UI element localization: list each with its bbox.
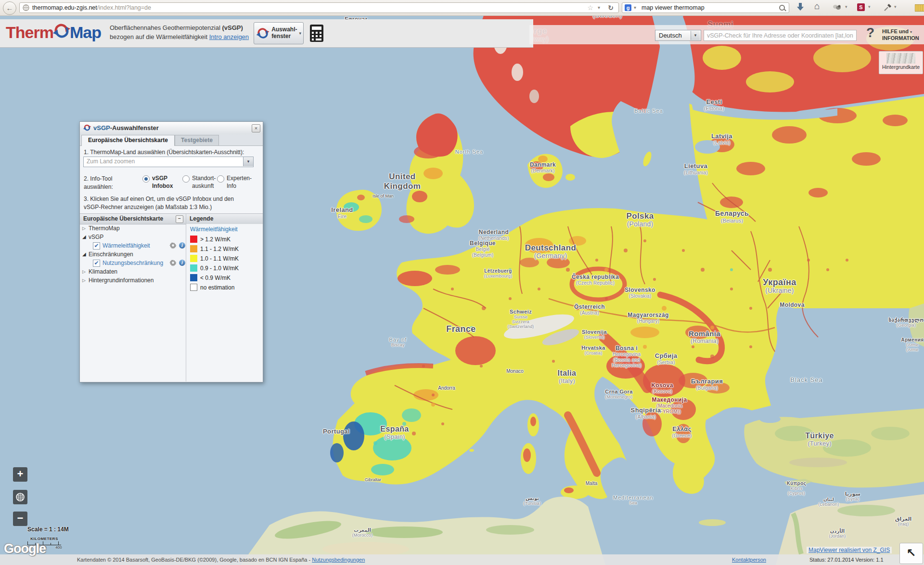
- radio-standort[interactable]: Standort-auskunft: [182, 175, 216, 190]
- circular-arrows-icon: [83, 124, 91, 131]
- addon-fly-icon[interactable]: [833, 4, 841, 13]
- mapviewer-link[interactable]: MapViewer realisiert von Z_GIS: [808, 547, 890, 553]
- tree-item-w-rmeleitf-higkeit[interactable]: ✔Wärmeleitfähigkeiti: [80, 241, 186, 250]
- radio-button-icon[interactable]: [217, 175, 224, 183]
- radio-button-icon[interactable]: [142, 175, 150, 183]
- country-combobox[interactable]: Zum Land zoomen ▾: [83, 157, 254, 167]
- legend-title: Wärmeleitfähigkeit: [190, 226, 238, 233]
- tree-layer-label[interactable]: Wärmeleitfähigkeit: [103, 241, 150, 250]
- eyedropper-icon[interactable]: [884, 3, 892, 13]
- auswahlfenster-caret-icon: ▾: [299, 31, 301, 36]
- url-bar[interactable]: thermomap.edu-zgis.net/index.html?lang=d…: [19, 2, 619, 13]
- auswahlfenster-button[interactable]: Auswahl-fenster ▾: [254, 22, 304, 44]
- tree-layer-label[interactable]: Nutzungsbeschränkung: [103, 259, 163, 267]
- language-select[interactable]: Deutsch ▾: [655, 30, 701, 41]
- tree-item-klimadaten[interactable]: ▷Klimadaten: [80, 267, 186, 276]
- zoom-out-button[interactable]: −: [13, 512, 27, 526]
- attribution-text: Kartendaten © 2014 Basarsoft, GeoBasis-D…: [77, 554, 365, 565]
- ruler-icon[interactable]: [915, 4, 924, 12]
- downloads-icon[interactable]: [796, 2, 804, 13]
- basemap-thumbnail: [886, 53, 915, 64]
- tree-expanded-icon[interactable]: ◢: [82, 233, 86, 241]
- tree-group-label: Hintergrundinformationen: [89, 276, 154, 285]
- search-magnifier-icon[interactable]: [779, 5, 785, 11]
- tree-collapsed-icon[interactable]: ▷: [82, 224, 86, 233]
- addon-s-icon[interactable]: S: [857, 3, 865, 11]
- info-icon[interactable]: i: [179, 260, 185, 266]
- tab-testgebiete[interactable]: Testgebiete: [175, 135, 219, 145]
- layer-tree: ▷ThermoMap◢vSGP✔Wärmeleitfähigkeiti◢Eins…: [80, 224, 186, 285]
- header-subtitle: Oberflächennahes Geothermiepotenzial (vS…: [110, 24, 249, 42]
- tree-collapsed-icon[interactable]: ▷: [82, 276, 86, 285]
- addon-fly-caret-icon[interactable]: ▾: [845, 4, 847, 9]
- pan-northwest-button[interactable]: ↖: [899, 543, 923, 564]
- eyedropper-caret-icon[interactable]: ▾: [894, 4, 897, 9]
- url-text[interactable]: thermomap.edu-zgis.net/index.html?lang=d…: [32, 3, 151, 13]
- panel-titlebar[interactable]: vSGP-Auswahlfenster ×: [80, 122, 263, 135]
- logo-map-text: Map: [70, 23, 101, 41]
- tree-item-einschr-nkungen[interactable]: ◢Einschränkungen: [80, 250, 186, 259]
- bookmark-caret-icon[interactable]: ▾: [598, 3, 600, 13]
- browser-toolbar: ← thermomap.edu-zgis.net/index.html?lang…: [0, 0, 924, 16]
- addon-s-caret-icon[interactable]: ▾: [868, 4, 871, 9]
- back-button[interactable]: ←: [3, 1, 16, 15]
- tree-collapsed-icon[interactable]: ▷: [82, 267, 86, 276]
- globe-extent-button[interactable]: [13, 490, 27, 504]
- legend-item: 1.1 - 1.2 W/mK: [190, 244, 239, 254]
- terms-link[interactable]: Nutzungsbedingungen: [312, 557, 365, 563]
- vsgp-check-input[interactable]: [704, 30, 857, 41]
- legend-items: > 1.2 W/mK1.1 - 1.2 W/mK1.0 - 1.1 W/mK0.…: [190, 235, 239, 292]
- step1-instruction: 1. ThermoMap-Land auswählen (Übersichtsk…: [84, 149, 244, 156]
- help-menu[interactable]: HILFE und ▾ INFORMATION: [882, 28, 919, 42]
- tree-item-hintergrundinformationen[interactable]: ▷Hintergrundinformationen: [80, 276, 186, 285]
- checkbox-icon[interactable]: ✔: [93, 242, 100, 250]
- radio-label: vSGPInfobox: [152, 175, 173, 190]
- chevron-down-icon[interactable]: ▾: [243, 157, 253, 166]
- auswahlfenster-label: Auswahl-fenster: [271, 26, 297, 40]
- google-search-icon[interactable]: g: [625, 4, 631, 11]
- legend-swatch: [190, 236, 197, 243]
- scalebar-tick: 400: [55, 545, 62, 550]
- search-query[interactable]: map viewer thermomap: [642, 3, 705, 13]
- layer-tree-header: Europäische Übersichtskarte −: [80, 213, 186, 224]
- radio-vsgp[interactable]: vSGPInfobox: [142, 175, 173, 190]
- home-icon[interactable]: ⌂: [814, 1, 820, 12]
- status-text: Status: 27.01.2014 Version: 1.1: [809, 554, 884, 565]
- attribution-bar: Kartendaten © 2014 Basarsoft, GeoBasis-D…: [0, 554, 924, 565]
- legend-swatch: [190, 274, 197, 281]
- contact-link[interactable]: Kontaktperson: [732, 554, 766, 565]
- browser-search-box[interactable]: g ▾ map viewer thermomap: [622, 2, 789, 13]
- legend-label: 0.9 - 1.0 W/mK: [200, 265, 239, 272]
- close-icon[interactable]: ×: [252, 124, 260, 132]
- zoom-in-button[interactable]: +: [13, 467, 27, 482]
- tree-item-thermomap[interactable]: ▷ThermoMap: [80, 224, 186, 233]
- legend-panel: Wärmeleitfähigkeit > 1.2 W/mK1.1 - 1.2 W…: [186, 224, 263, 381]
- circular-arrows-icon: [256, 26, 270, 40]
- legend-item: > 1.2 W/mK: [190, 235, 239, 244]
- info-icon[interactable]: i: [179, 242, 185, 249]
- tree-expanded-icon[interactable]: ◢: [82, 250, 86, 259]
- minimize-icon[interactable]: −: [176, 215, 183, 223]
- basemap-switcher[interactable]: Hintergrundkarte: [879, 51, 923, 74]
- bookmark-star-icon[interactable]: ☆: [587, 3, 593, 13]
- tree-item-vsgp[interactable]: ◢vSGP: [80, 233, 186, 241]
- scale-text: Scale = 1 : 14M: [27, 526, 69, 533]
- intro-link[interactable]: Intro anzeigen: [209, 33, 249, 40]
- radio-label: Experten-Info: [227, 175, 252, 190]
- legend-swatch: [190, 245, 197, 252]
- legend-label: 1.0 - 1.1 W/mK: [200, 255, 239, 262]
- help-question-icon[interactable]: ?: [866, 25, 874, 40]
- checkbox-icon[interactable]: ✔: [93, 260, 100, 267]
- basemap-label: Hintergrundkarte: [879, 64, 923, 70]
- panel-title: vSGP-Auswahlfenster: [93, 124, 159, 131]
- tab-europaeische-uebersichtskarte[interactable]: Europäische Übersichtskarte: [81, 135, 175, 146]
- mapviewer-credit: MapViewer realisiert von Z_GIS: [807, 547, 892, 553]
- tree-group-label: Einschränkungen: [89, 250, 133, 259]
- legend-label: no estimation: [200, 284, 234, 291]
- search-engine-caret-icon[interactable]: ▾: [634, 3, 636, 13]
- radio-experten[interactable]: Experten-Info: [217, 175, 252, 190]
- radio-button-icon[interactable]: [182, 175, 190, 183]
- reload-icon[interactable]: ↻: [608, 3, 614, 13]
- calculator-button[interactable]: [309, 24, 324, 43]
- tree-item-nutzungsbeschr-nkung[interactable]: ✔Nutzungsbeschränkungi: [80, 259, 186, 267]
